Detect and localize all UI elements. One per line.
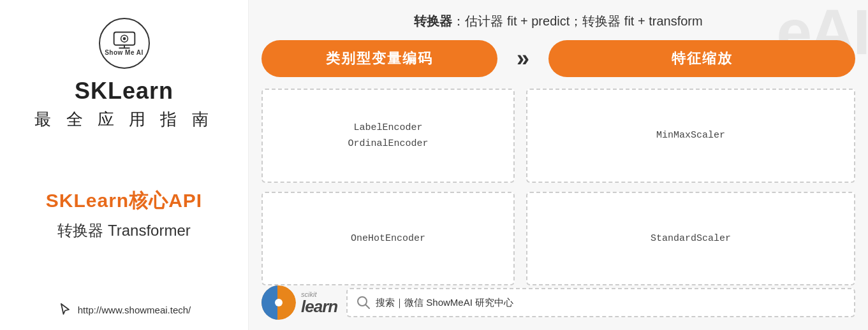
col-right: MinMaxScaler StandardScaler bbox=[526, 89, 855, 285]
skl-title: SKLearn bbox=[75, 78, 173, 104]
header-rest: ：估计器 fit + predict；转换器 fit + transform bbox=[452, 14, 702, 28]
content-grid: LabelEncoder OrdinalEncoder OneHotEncode… bbox=[261, 89, 855, 285]
logo-circle: Show Me AI bbox=[99, 18, 150, 69]
search-wechat-label: 搜索｜微信 ShowMeAI 研究中心 bbox=[376, 297, 513, 309]
col-left: LabelEncoder OrdinalEncoder OneHotEncode… bbox=[261, 89, 515, 285]
box-label-encoder: LabelEncoder OrdinalEncoder bbox=[261, 89, 515, 183]
api-section: SKLearn核心API 转换器 Transformer bbox=[46, 182, 202, 241]
cursor-icon bbox=[57, 302, 73, 317]
sklearn-white-dot bbox=[275, 299, 283, 306]
standard-scaler-text: StandardScaler bbox=[651, 233, 731, 244]
pills-row: 类别型变量编码 » 特征缩放 bbox=[261, 40, 855, 77]
api-title: SKLearn核心API bbox=[46, 188, 202, 214]
transformer-title: 转换器 Transformer bbox=[57, 220, 190, 241]
learn-label-area: scikit learn bbox=[301, 291, 337, 315]
minmax-scaler-text: MinMaxScaler bbox=[656, 130, 725, 141]
logo-area: Show Me AI SKLearn 最 全 应 用 指 南 bbox=[34, 18, 213, 131]
showmeai-logo-icon bbox=[112, 31, 137, 49]
box-minmax-scaler: MinMaxScaler bbox=[526, 89, 855, 183]
header-bold: 转换器 bbox=[414, 14, 452, 28]
sklearn-logo-combo: scikit learn bbox=[261, 285, 337, 320]
label-encoder-text: LabelEncoder bbox=[353, 122, 422, 133]
right-panel: eAI 转换器：估计器 fit + predict；转换器 fit + tran… bbox=[249, 0, 868, 330]
box-onehot-encoder: OneHotEncoder bbox=[261, 192, 515, 286]
search-icon bbox=[357, 296, 371, 310]
arrow-double-icon: » bbox=[497, 45, 548, 72]
box-standard-scaler: StandardScaler bbox=[526, 192, 855, 286]
subtitle: 最 全 应 用 指 南 bbox=[34, 108, 213, 131]
header-row: 转换器：估计器 fit + predict；转换器 fit + transfor… bbox=[261, 13, 855, 30]
website-url[interactable]: http://www.showmeai.tech/ bbox=[78, 305, 191, 315]
onehot-encoder-text: OneHotEncoder bbox=[351, 233, 425, 244]
learn-label: learn bbox=[301, 298, 337, 315]
svg-line-6 bbox=[366, 305, 370, 309]
logo-text: Show Me AI bbox=[105, 49, 143, 56]
sklearn-circle bbox=[261, 285, 296, 320]
ordinal-encoder-text: OrdinalEncoder bbox=[348, 138, 428, 149]
pill-encoding: 类别型变量编码 bbox=[261, 40, 497, 77]
website-row: http://www.showmeai.tech/ bbox=[57, 302, 191, 317]
bottom-row: scikit learn 搜索｜微信 ShowMeAI 研究中心 bbox=[261, 285, 855, 320]
svg-point-4 bbox=[122, 37, 126, 40]
pill-scaling: 特征缩放 bbox=[548, 40, 855, 77]
search-wechat-box: 搜索｜微信 ShowMeAI 研究中心 bbox=[346, 288, 855, 317]
left-panel: Show Me AI SKLearn 最 全 应 用 指 南 SKLearn核心… bbox=[0, 0, 249, 330]
